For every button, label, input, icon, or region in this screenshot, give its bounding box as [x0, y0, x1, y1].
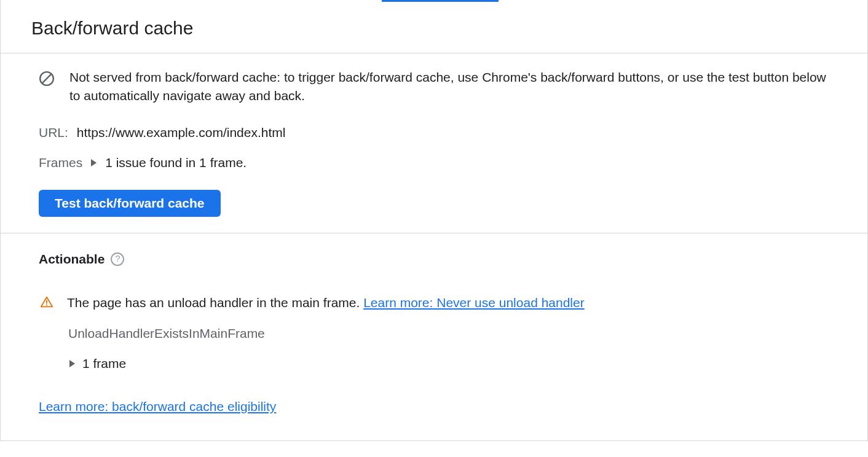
frames-label: Frames — [39, 153, 82, 173]
url-value: https://www.example.com/index.html — [77, 123, 286, 143]
main-section: Not served from back/forward cache: to t… — [1, 53, 867, 233]
test-bfcache-button[interactable]: Test back/forward cache — [39, 190, 221, 217]
frames-row[interactable]: Frames 1 issue found in 1 frame. — [39, 153, 829, 173]
issue-text: The page has an unload handler in the ma… — [67, 293, 585, 313]
frames-summary: 1 issue found in 1 frame. — [105, 153, 247, 173]
chevron-right-icon — [91, 159, 97, 166]
not-allowed-icon — [39, 71, 55, 87]
tab-indicator — [1, 0, 867, 2]
frame-count: 1 frame — [82, 354, 126, 373]
eligibility-learn-more-link[interactable]: Learn more: back/forward cache eligibili… — [39, 399, 276, 413]
header-section: Back/forward cache — [1, 2, 867, 53]
status-row: Not served from back/forward cache: to t… — [39, 68, 829, 106]
issue-message: The page has an unload handler in the ma… — [67, 295, 363, 310]
url-label: URL: — [39, 123, 68, 143]
issue-learn-more-link[interactable]: Learn more: Never use unload handler — [363, 295, 585, 310]
actionable-title: Actionable — [39, 249, 105, 269]
svg-line-1 — [42, 74, 51, 83]
issue-row: The page has an unload handler in the ma… — [39, 293, 829, 313]
help-icon[interactable]: ? — [111, 252, 124, 266]
actionable-section: Actionable ? The page has an unload hand… — [1, 233, 867, 441]
warning-icon — [40, 295, 53, 309]
frame-count-row[interactable]: 1 frame — [68, 354, 829, 373]
page-title: Back/forward cache — [31, 14, 837, 42]
svg-point-3 — [46, 305, 47, 306]
status-message: Not served from back/forward cache: to t… — [69, 68, 829, 106]
url-row: URL: https://www.example.com/index.html — [39, 123, 829, 143]
issue-code: UnloadHandlerExistsInMainFrame — [68, 324, 829, 343]
actionable-header: Actionable ? — [39, 249, 829, 269]
chevron-right-icon — [69, 360, 75, 367]
eligibility-link-row: Learn more: back/forward cache eligibili… — [39, 397, 829, 416]
